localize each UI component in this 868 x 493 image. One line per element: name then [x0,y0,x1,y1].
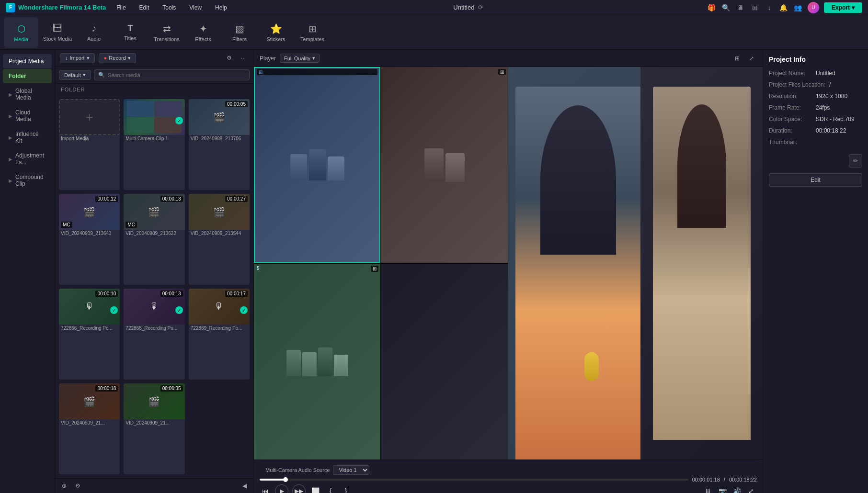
files-location-value: / [829,81,831,88]
tool-audio[interactable]: ♪ Audio [77,17,111,48]
app-name: Wondershare Filmora 14 Beta [18,4,106,11]
tool-media[interactable]: ⬡ Media [4,17,38,48]
cam-cell-3[interactable]: 5 ⊞ [254,264,380,459]
tool-filters[interactable]: ▨ Filters [222,17,257,48]
sidebar-cloud-media-label: Cloud Media [15,109,46,123]
cam-cell-4[interactable] [381,264,508,459]
export-button[interactable]: Export ▾ [824,2,862,13]
search-input[interactable] [108,72,245,78]
menu-file[interactable]: File [114,3,128,12]
media-rec-po2[interactable]: 🎙 00:00:13 ✓ 722868_Recording Po... [124,289,184,380]
sidebar-compound-clip[interactable]: ▶ Compound Clip [3,170,52,191]
media-vid-213544[interactable]: 🎬 00:00:27 VID_20240909_213544 [189,194,250,285]
tool-media-label: Media [14,36,28,42]
download-icon[interactable]: ↓ [765,3,774,12]
layout-icon[interactable]: ⊞ [750,3,760,12]
title-bar: F Wondershare Filmora 14 Beta File Edit … [0,0,868,15]
media-multi-cam[interactable]: ✓ Multi-Camera Clip 1 [124,99,184,190]
multicam-view: ⊞ ⊞ [254,67,508,459]
snapshot-icon[interactable]: 📷 [717,485,728,493]
progress-bar[interactable] [260,479,688,481]
sidebar-influence-kit[interactable]: ▶ Influence Kit [3,127,52,148]
media-duration-213544: 00:00:27 [225,196,248,202]
search-icon[interactable]: 🔍 [721,3,731,12]
gift-icon[interactable]: 🎁 [707,3,717,12]
tool-transitions[interactable]: ⇄ Transitions [149,17,184,48]
volume-icon[interactable]: 🔊 [731,485,742,493]
sidebar-project-media[interactable]: Project Media [3,54,52,68]
play-button[interactable]: ▶ [275,484,288,493]
skip-back-icon[interactable]: ⏮ [260,485,271,493]
bell-icon[interactable]: 🔔 [779,3,788,12]
tool-templates[interactable]: ⊞ Templates [295,17,330,48]
collapse-sidebar-icon[interactable]: ◀ [239,481,250,491]
fullscreen-icon[interactable]: ⤢ [746,53,757,64]
media-rec-po1[interactable]: 🎙 00:00:10 ✓ 722866_Recording Po... [59,289,120,380]
media-rec-po3[interactable]: 🎙 00:00:17 ✓ 722869_Recording Po... [189,289,250,380]
cam-cell-1[interactable]: ⊞ [254,67,380,263]
tool-stickers[interactable]: ⭐ Stickers [259,17,293,48]
menu-help[interactable]: Help [212,3,230,12]
import-label: Import [70,55,85,61]
monitor-icon[interactable]: 🖥 [736,3,745,12]
sidebar-folder[interactable]: Folder [3,69,52,83]
tool-audio-label: Audio [87,36,101,42]
titles-icon: T [128,23,133,34]
audio-source-select[interactable]: Video 1 [333,465,369,475]
grid-view-icon[interactable]: ⊞ [732,53,742,64]
sidebar-cloud-media[interactable]: ▶ Cloud Media [3,105,52,126]
main-area: Project Media Folder ▶ Global Media ▶ Cl… [0,50,868,493]
quality-select[interactable]: Full Quality ▾ [280,54,320,63]
templates-icon: ⊞ [308,23,317,34]
player-label: Player [260,55,276,62]
media-vid-2[interactable]: 🎬 00:00:18 VID_20240909_21... [59,383,120,474]
mark-in-icon[interactable]: { [325,485,336,493]
media-vid-213622[interactable]: 🎬 00:00:13 MC VID_20240909_213622 [124,194,184,285]
media-duration-213622: 00:00:13 [160,196,183,202]
default-dropdown[interactable]: Default ▾ [59,70,91,80]
tool-effects[interactable]: ✦ Effects [186,17,220,48]
media-duration-rec2: 00:00:13 [160,291,183,297]
sidebar-adjustment-la[interactable]: ▶ Adjustment La... [3,148,52,169]
menu-edit[interactable]: Edit [137,3,152,12]
media-icon: ⬡ [17,23,25,34]
info-files-location: Project Files Location: / [769,81,862,88]
media-vid-213643[interactable]: 🎬 00:00:12 MC VID_20240909_213643 [59,194,120,285]
transitions-icon: ⇄ [163,23,171,34]
thumbnail-edit-icon[interactable]: ✏ [849,154,862,168]
panel-settings-icon[interactable]: ⚙ [72,481,83,491]
expand-icon[interactable]: ⤢ [745,485,757,493]
add-media-icon[interactable]: ⊕ [59,481,69,491]
record-button[interactable]: ● Record ▾ [99,53,136,63]
more-options-icon[interactable]: ··· [238,53,249,63]
edit-button[interactable]: Edit [769,173,862,187]
cloud-sync-icon[interactable]: ⟳ [478,4,483,11]
import-media-item[interactable]: + Import Media [59,99,120,190]
users-icon[interactable]: 👥 [793,3,803,12]
mark-out-icon[interactable]: } [340,485,352,493]
next-frame-button[interactable]: ▶▶ [292,484,306,493]
import-media-btn[interactable]: + [59,99,120,135]
menu-tools[interactable]: Tools [160,3,179,12]
tool-stock-media[interactable]: 🎞 Stock Media [40,17,75,48]
menu-view[interactable]: View [186,3,205,12]
monitor2-icon[interactable]: 🖥 [702,485,714,493]
tool-templates-label: Templates [300,36,324,42]
media-vid-3[interactable]: 🎬 00:00:35 VID_20240909_21... [124,383,184,474]
main-player [508,67,763,459]
tool-titles[interactable]: T Titles [113,17,148,48]
progress-handle[interactable] [283,477,288,482]
filter-icon[interactable]: ⚙ [224,53,234,63]
media-vid-2-name: VID_20240909_21... [59,419,120,426]
sidebar-global-media[interactable]: ▶ Global Media [3,84,52,105]
cam-cell-2[interactable]: ⊞ [381,67,508,263]
media-vid-213706[interactable]: 🎬 00:00:05 VID_20240909_213706 [189,99,250,190]
search-row: Default ▾ 🔍 [55,67,253,84]
stop-icon[interactable]: ⬜ [309,485,321,493]
sidebar-global-media-label: Global Media [15,88,46,101]
info-frame-rate: Frame Rate: 24fps [769,104,862,111]
import-button[interactable]: ↓ Import ▾ [60,53,95,63]
user-avatar[interactable]: U [808,2,819,13]
files-location-label: Project Files Location: [769,81,825,88]
media-vid-3-name: VID_20240909_21... [124,419,184,426]
